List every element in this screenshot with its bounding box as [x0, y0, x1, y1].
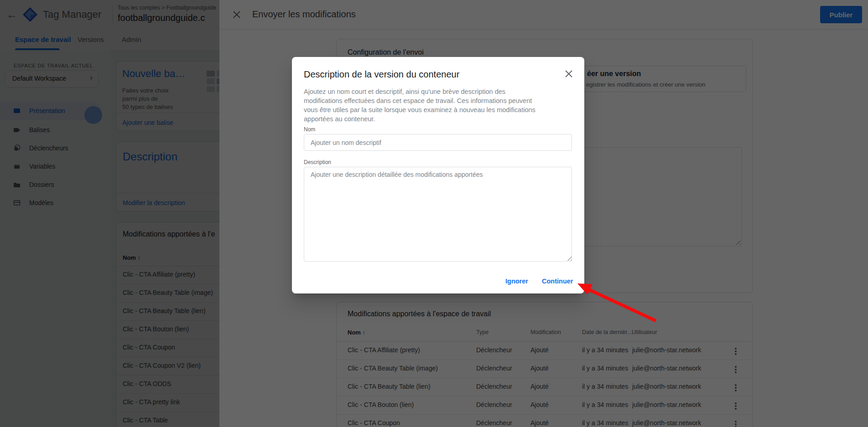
- close-icon[interactable]: [565, 70, 573, 78]
- panel-scrim: [0, 0, 219, 427]
- name-input[interactable]: [304, 134, 572, 151]
- description-field-label: Description: [304, 159, 331, 165]
- version-description-dialog: Description de la version du conteneur A…: [292, 57, 584, 293]
- continue-button[interactable]: Continuer: [538, 275, 577, 288]
- dialog-title: Description de la version du conteneur: [304, 69, 459, 80]
- description-textarea[interactable]: [304, 167, 572, 262]
- name-field-label: Nom: [304, 126, 315, 133]
- dialog-body-text: Ajoutez un nom court et descriptif, ains…: [304, 87, 546, 123]
- ignore-button[interactable]: Ignorer: [502, 275, 532, 288]
- gtm-app: ← Tag Manager Tous les comptes > Footbal…: [0, 0, 868, 427]
